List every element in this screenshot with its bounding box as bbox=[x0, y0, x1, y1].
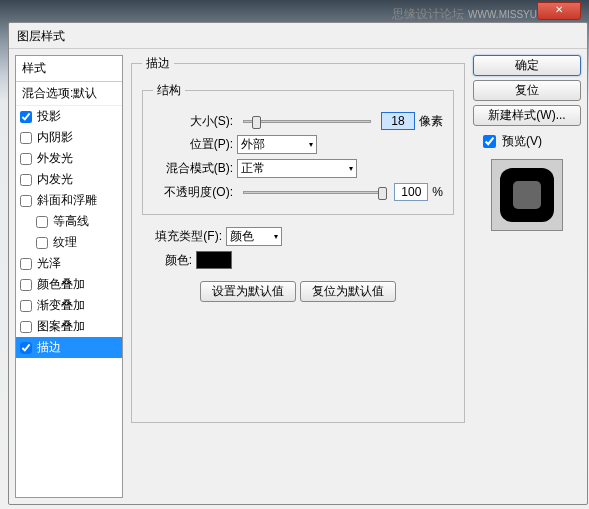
style-label: 内阴影 bbox=[37, 129, 73, 146]
style-label: 渐变叠加 bbox=[37, 297, 85, 314]
style-label: 投影 bbox=[37, 108, 61, 125]
style-item-9[interactable]: 渐变叠加 bbox=[16, 295, 122, 316]
size-input[interactable] bbox=[381, 112, 415, 130]
style-label: 斜面和浮雕 bbox=[37, 192, 97, 209]
style-label: 描边 bbox=[37, 339, 61, 356]
style-checkbox[interactable] bbox=[20, 174, 32, 186]
style-item-2[interactable]: 外发光 bbox=[16, 148, 122, 169]
position-select[interactable]: 外部▾ bbox=[237, 135, 317, 154]
color-label: 颜色: bbox=[142, 252, 192, 269]
style-item-7[interactable]: 光泽 bbox=[16, 253, 122, 274]
settings-panel: 描边 结构 大小(S): 像素 位置(P): 外部▾ 混合模式(B): bbox=[131, 55, 465, 498]
opacity-thumb[interactable] bbox=[378, 187, 387, 200]
style-checkbox[interactable] bbox=[20, 300, 32, 312]
styles-list: 样式 混合选项:默认 投影内阴影外发光内发光斜面和浮雕等高线纹理光泽颜色叠加渐变… bbox=[15, 55, 123, 498]
style-label: 图案叠加 bbox=[37, 318, 85, 335]
style-label: 颜色叠加 bbox=[37, 276, 85, 293]
style-item-8[interactable]: 颜色叠加 bbox=[16, 274, 122, 295]
style-checkbox[interactable] bbox=[36, 216, 48, 228]
style-checkbox[interactable] bbox=[36, 237, 48, 249]
ok-button[interactable]: 确定 bbox=[473, 55, 581, 76]
size-slider[interactable] bbox=[243, 120, 371, 123]
style-label: 纹理 bbox=[53, 234, 77, 251]
preview-inner bbox=[513, 181, 541, 209]
style-checkbox[interactable] bbox=[20, 111, 32, 123]
reset-default-button[interactable]: 复位为默认值 bbox=[300, 281, 396, 302]
opacity-slider[interactable] bbox=[243, 191, 384, 194]
set-default-button[interactable]: 设置为默认值 bbox=[200, 281, 296, 302]
style-item-1[interactable]: 内阴影 bbox=[16, 127, 122, 148]
style-label: 等高线 bbox=[53, 213, 89, 230]
structure-title: 结构 bbox=[153, 82, 185, 99]
blendmode-label: 混合模式(B): bbox=[153, 160, 233, 177]
style-item-10[interactable]: 图案叠加 bbox=[16, 316, 122, 337]
size-thumb[interactable] bbox=[252, 116, 261, 129]
new-style-button[interactable]: 新建样式(W)... bbox=[473, 105, 581, 126]
blend-options-item[interactable]: 混合选项:默认 bbox=[16, 82, 122, 106]
cancel-button[interactable]: 复位 bbox=[473, 80, 581, 101]
dialog-title: 图层样式 bbox=[9, 23, 587, 49]
style-item-6[interactable]: 纹理 bbox=[16, 232, 122, 253]
styles-header[interactable]: 样式 bbox=[16, 56, 122, 82]
style-item-3[interactable]: 内发光 bbox=[16, 169, 122, 190]
style-label: 内发光 bbox=[37, 171, 73, 188]
preview-checkbox[interactable]: 预览(V) bbox=[479, 132, 581, 151]
preview-box bbox=[491, 159, 563, 231]
panel-title: 描边 bbox=[142, 55, 174, 72]
style-item-11[interactable]: 描边 bbox=[16, 337, 122, 358]
preview-shape bbox=[500, 168, 554, 222]
style-item-5[interactable]: 等高线 bbox=[16, 211, 122, 232]
color-swatch[interactable] bbox=[196, 251, 232, 269]
style-item-0[interactable]: 投影 bbox=[16, 106, 122, 127]
style-item-4[interactable]: 斜面和浮雕 bbox=[16, 190, 122, 211]
size-label: 大小(S): bbox=[153, 113, 233, 130]
style-checkbox[interactable] bbox=[20, 132, 32, 144]
position-label: 位置(P): bbox=[153, 136, 233, 153]
style-checkbox[interactable] bbox=[20, 195, 32, 207]
style-checkbox[interactable] bbox=[20, 279, 32, 291]
opacity-label: 不透明度(O): bbox=[153, 184, 233, 201]
action-column: 确定 复位 新建样式(W)... 预览(V) bbox=[473, 55, 581, 498]
filltype-label: 填充类型(F): bbox=[142, 228, 222, 245]
preview-checkbox-input[interactable] bbox=[483, 135, 496, 148]
blendmode-select[interactable]: 正常▾ bbox=[237, 159, 357, 178]
layer-style-dialog: 图层样式 样式 混合选项:默认 投影内阴影外发光内发光斜面和浮雕等高线纹理光泽颜… bbox=[8, 22, 588, 505]
style-label: 外发光 bbox=[37, 150, 73, 167]
style-label: 光泽 bbox=[37, 255, 61, 272]
filltype-select[interactable]: 颜色▾ bbox=[226, 227, 282, 246]
style-checkbox[interactable] bbox=[20, 153, 32, 165]
opacity-unit: % bbox=[432, 185, 443, 199]
style-checkbox[interactable] bbox=[20, 258, 32, 270]
style-checkbox[interactable] bbox=[20, 321, 32, 333]
size-unit: 像素 bbox=[419, 113, 443, 130]
close-button[interactable]: ✕ bbox=[537, 2, 581, 20]
opacity-input[interactable] bbox=[394, 183, 428, 201]
style-checkbox[interactable] bbox=[20, 342, 32, 354]
